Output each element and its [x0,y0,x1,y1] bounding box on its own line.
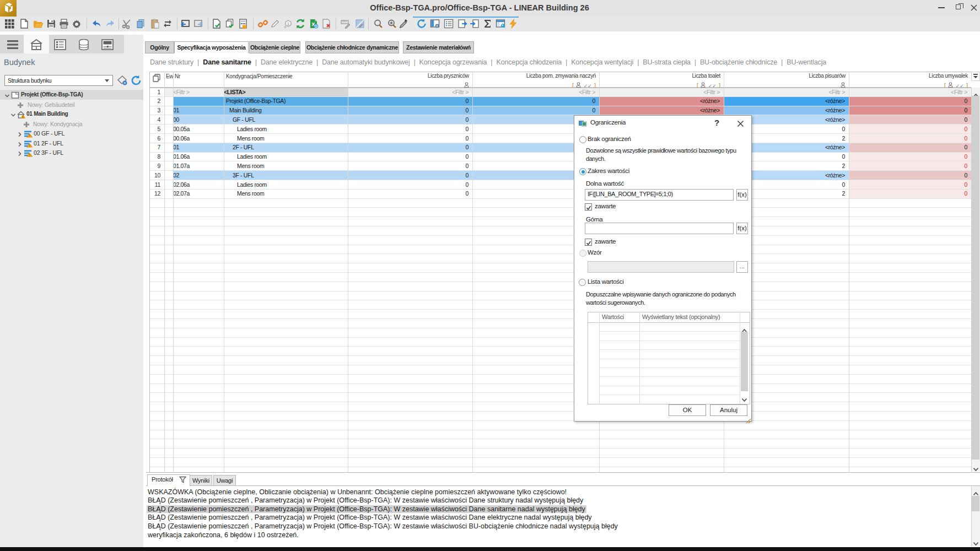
svg-text:1: 1 [287,22,289,26]
